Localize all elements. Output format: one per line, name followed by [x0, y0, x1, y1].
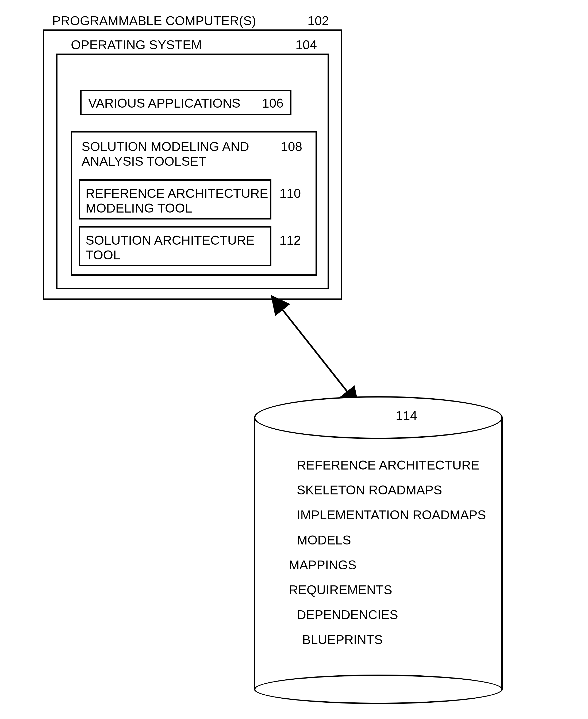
- apps-ref: 106: [262, 96, 284, 111]
- db-item: SKELETON ROADMAPS: [297, 483, 503, 497]
- toolset-ref: 108: [281, 139, 302, 154]
- computer-ref: 102: [308, 13, 329, 28]
- os-ref: 104: [295, 38, 317, 52]
- ref-arch-tool-title: REFERENCE ARCHITECTURE MODELING TOOL: [86, 186, 268, 216]
- svg-line-0: [277, 302, 353, 399]
- db-item: MODELS: [297, 533, 503, 547]
- db-item: REFERENCE ARCHITECTURE: [297, 458, 503, 473]
- sol-arch-tool-title: SOLUTION ARCHITECTURE TOOL: [86, 233, 255, 262]
- ref-arch-tool-ref: 110: [279, 186, 301, 201]
- db-item: DEPENDENCIES: [297, 607, 503, 622]
- db-item: IMPLEMENTATION ROADMAPS: [297, 507, 503, 522]
- computer-title: PROGRAMMABLE COMPUTER(S): [52, 13, 256, 28]
- datastore-items: REFERENCE ARCHITECTURE SKELETON ROADMAPS…: [289, 458, 503, 657]
- toolset-title: SOLUTION MODELING AND ANALYSIS TOOLSET: [82, 139, 249, 168]
- sol-arch-tool-ref: 112: [279, 233, 301, 247]
- db-item: BLUEPRINTS: [302, 632, 503, 647]
- db-item: REQUIREMENTS: [289, 582, 503, 597]
- apps-title: VARIOUS APPLICATIONS: [88, 96, 240, 111]
- os-title: OPERATING SYSTEM: [71, 38, 202, 52]
- connector-arrow: [273, 298, 358, 405]
- datastore-ref: 114: [396, 408, 417, 423]
- db-item: MAPPINGS: [289, 558, 503, 572]
